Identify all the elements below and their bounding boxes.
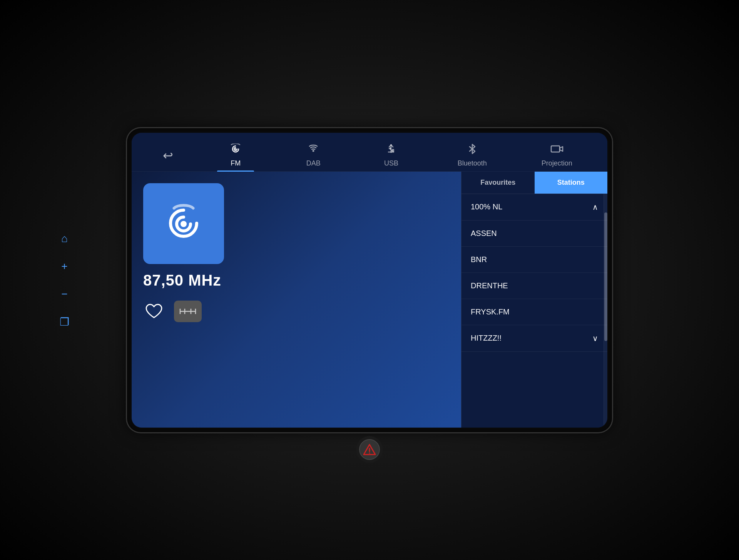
projection-icon: [550, 144, 563, 156]
back-button[interactable]: ↩: [155, 144, 181, 167]
stations-list: 100% NL ∧ ASSEN BNR DRENTHE: [461, 194, 607, 428]
usb-label: USB: [384, 159, 398, 167]
nav-item-usb[interactable]: USB: [368, 140, 414, 171]
station-item-frysk[interactable]: FRYSK.FM: [461, 299, 607, 325]
side-controls: ⌂ + − ❐: [60, 232, 69, 328]
station-item-assen[interactable]: ASSEN: [461, 221, 607, 247]
copy-icon: ❐: [60, 315, 69, 328]
home-icon: ⌂: [61, 232, 68, 244]
screen: ↩ FM: [132, 133, 607, 428]
tab-favourites[interactable]: Favourites: [461, 172, 535, 194]
volume-up-button[interactable]: +: [61, 260, 67, 272]
tab-bar: Favourites Stations: [461, 172, 607, 194]
minus-icon: −: [61, 288, 67, 300]
scan-button[interactable]: [174, 301, 202, 322]
back-icon: ↩: [163, 149, 173, 162]
dab-icon: [308, 144, 319, 156]
station-item-bnr[interactable]: BNR: [461, 247, 607, 273]
projection-label: Projection: [542, 159, 572, 167]
nav-item-projection[interactable]: Projection: [530, 140, 584, 171]
hazard-button[interactable]: [359, 439, 380, 460]
hazard-area: [356, 436, 383, 463]
screen-bezel: ↩ FM: [127, 128, 612, 432]
volume-down-button[interactable]: −: [61, 288, 67, 300]
left-panel: 87,50 MHz: [132, 172, 461, 428]
station-item-100nl[interactable]: 100% NL ∧: [461, 194, 607, 221]
nav-bar: ↩ FM: [132, 133, 607, 172]
plus-icon: +: [61, 260, 67, 272]
favourite-button[interactable]: [143, 301, 165, 322]
tab-stations[interactable]: Stations: [535, 172, 608, 194]
fm-label: FM: [231, 159, 241, 167]
station-name: FRYSK.FM: [471, 308, 510, 316]
svg-point-19: [369, 452, 370, 453]
car-surround: ⌂ + − ❐ ↩: [0, 0, 739, 560]
station-item-hitzzz[interactable]: HITZZZ!! ∨: [461, 325, 607, 352]
usb-icon: [385, 144, 397, 156]
svg-point-1: [313, 150, 314, 152]
right-panel: Favourites Stations 100% NL ∧ ASSEN: [461, 172, 607, 428]
player-controls: [143, 301, 450, 322]
home-button[interactable]: ⌂: [61, 232, 68, 244]
chevron-down-icon: ∨: [592, 334, 598, 343]
station-name: ASSEN: [471, 229, 497, 238]
nav-item-fm[interactable]: FM: [212, 140, 259, 171]
svg-point-11: [181, 221, 187, 227]
scrollbar-thumb: [604, 212, 607, 341]
bluetooth-label: Bluetooth: [458, 159, 487, 167]
svg-rect-10: [551, 146, 560, 152]
chevron-up-icon: ∧: [592, 202, 598, 212]
nav-item-bluetooth[interactable]: Bluetooth: [446, 140, 498, 171]
station-name: HITZZZ!!: [471, 334, 502, 343]
fm-icon: [230, 144, 241, 156]
copy-button[interactable]: ❐: [60, 315, 69, 328]
svg-point-0: [235, 148, 236, 150]
dab-label: DAB: [306, 159, 321, 167]
bluetooth-icon: [468, 144, 477, 156]
nav-item-dab[interactable]: DAB: [290, 140, 336, 171]
station-art: [143, 183, 224, 264]
station-name: 100% NL: [471, 202, 502, 211]
scrollbar-track: [604, 194, 607, 428]
station-item-drenthe[interactable]: DRENTHE: [461, 273, 607, 299]
frequency-display: 87,50 MHz: [143, 272, 450, 289]
main-content: 87,50 MHz: [132, 172, 607, 428]
station-name: DRENTHE: [471, 281, 508, 290]
station-name: BNR: [471, 255, 487, 264]
